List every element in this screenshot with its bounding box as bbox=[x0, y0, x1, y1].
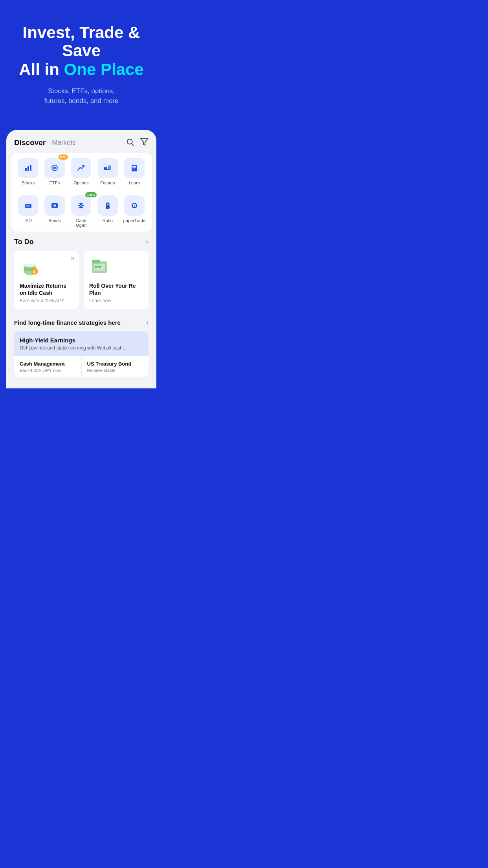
svg-rect-19 bbox=[132, 166, 136, 167]
close-icon[interactable]: ✕ bbox=[70, 255, 75, 262]
header-icons: $ bbox=[126, 138, 149, 148]
cashmgmt-icon-item[interactable]: 4.25% Cash Mgmt bbox=[69, 191, 94, 232]
todo-section-header: To Do › bbox=[14, 238, 149, 246]
finance-arrow-icon[interactable]: › bbox=[146, 318, 149, 327]
high-yield-card[interactable]: High-Yield Earnings Get Low risk and sta… bbox=[14, 331, 149, 356]
svg-rect-18 bbox=[132, 165, 137, 171]
svg-marker-2 bbox=[141, 139, 148, 145]
treasury-bond-title: US Treasury Bond bbox=[87, 361, 143, 367]
finance-header: Find long-time finance strategies here › bbox=[14, 318, 149, 327]
todo-title: To Do bbox=[14, 238, 34, 246]
options-icon-item[interactable]: Options bbox=[69, 153, 94, 189]
markets-tab[interactable]: Markets bbox=[52, 139, 75, 147]
robo-label: Robo bbox=[103, 218, 113, 223]
cashmgmt-label: Cash Mgmt bbox=[70, 218, 92, 228]
svg-text:$: $ bbox=[54, 204, 55, 207]
svg-rect-44 bbox=[25, 264, 35, 267]
filter-icon[interactable]: $ bbox=[140, 138, 149, 148]
papertrade-label: paperTrade bbox=[123, 218, 145, 223]
todo-card-cash-sub: Earn with 4.25% APY bbox=[20, 298, 73, 303]
svg-rect-48 bbox=[92, 259, 100, 263]
svg-rect-36 bbox=[107, 204, 108, 205]
svg-rect-5 bbox=[25, 168, 27, 171]
search-icon[interactable] bbox=[126, 138, 134, 148]
options-label: Options bbox=[73, 180, 88, 185]
todo-section: To Do › ✕ $ bbox=[6, 232, 156, 312]
futures-icon-item[interactable]: Futures bbox=[95, 153, 120, 189]
learn-icon-item[interactable]: Learn bbox=[122, 153, 147, 189]
treasury-bond-sub: Receive stable bbox=[87, 368, 143, 373]
svg-text:IRA: IRA bbox=[95, 265, 102, 269]
svg-text:$: $ bbox=[145, 142, 146, 145]
svg-rect-20 bbox=[132, 167, 136, 168]
robo-icon-item[interactable]: Robo bbox=[95, 191, 120, 232]
finance-section: Find long-time finance strategies here ›… bbox=[6, 312, 156, 381]
svg-text:IPO: IPO bbox=[26, 205, 30, 208]
icons-grid: Stocks $ BTC ETFs bbox=[11, 153, 152, 232]
finance-cards: High-Yield Earnings Get Low risk and sta… bbox=[14, 331, 149, 377]
etfs-label: ETFs bbox=[50, 180, 60, 185]
hero-title-line2: All in One Place bbox=[12, 60, 151, 79]
todo-arrow-icon[interactable]: › bbox=[146, 238, 149, 246]
cash-management-sub: Earn 4.25% APY now. bbox=[20, 368, 76, 373]
stocks-icon-item[interactable]: Stocks bbox=[16, 153, 40, 189]
hero-all-in: All in bbox=[19, 60, 64, 79]
bonds-label: Bonds bbox=[48, 218, 61, 223]
discover-tab[interactable]: Discover bbox=[14, 138, 46, 147]
etfs-icon-item[interactable]: $ BTC ETFs bbox=[42, 153, 67, 189]
finance-bottom-row: Cash Management Earn 4.25% APY now. US T… bbox=[14, 356, 149, 377]
cash-management-title: Cash Management bbox=[20, 361, 76, 367]
todo-card-cash[interactable]: ✕ $ Maximize Returns on Idle Cash Earn w… bbox=[14, 251, 79, 309]
todo-card-ira-sub: Learn how bbox=[89, 298, 143, 303]
cash-management-card[interactable]: Cash Management Earn 4.25% APY now. bbox=[14, 356, 82, 377]
hero-subtitle: Stocks, ETFs, options, futures, bonds, a… bbox=[12, 86, 151, 106]
main-card: Discover Markets $ bbox=[6, 130, 156, 388]
learn-label: Learn bbox=[129, 180, 140, 185]
svg-text:$: $ bbox=[33, 269, 35, 273]
hero-section: Invest, Trade & Save All in One Place St… bbox=[0, 0, 163, 118]
todo-card-ira-title: Roll Over Your Re Plan bbox=[89, 282, 143, 296]
svg-point-32 bbox=[82, 204, 84, 207]
hero-one-place: One Place bbox=[64, 60, 144, 79]
svg-rect-7 bbox=[30, 165, 31, 171]
futures-label: Futures bbox=[100, 180, 115, 185]
hero-title-line1: Invest, Trade & Save bbox=[12, 24, 151, 60]
todo-cards: ✕ $ Maximize Returns on Idle Cash Earn w… bbox=[14, 251, 149, 309]
bonds-icon-item[interactable]: $ Bonds bbox=[42, 191, 67, 232]
svg-point-31 bbox=[78, 204, 80, 207]
svg-rect-16 bbox=[106, 169, 109, 170]
todo-card-ira[interactable]: IRA Roll Over Your Re Plan Learn how bbox=[84, 251, 149, 309]
treasury-bond-card[interactable]: US Treasury Bond Receive stable bbox=[82, 356, 149, 377]
high-yield-title: High-Yield Earnings bbox=[20, 337, 143, 344]
svg-rect-35 bbox=[106, 206, 110, 209]
stocks-label: Stocks bbox=[22, 180, 35, 185]
high-yield-sub: Get Low risk and stable earning with Web… bbox=[20, 345, 143, 351]
ipo-icon-item[interactable]: IPO IPO bbox=[16, 191, 40, 232]
svg-rect-6 bbox=[28, 166, 29, 171]
svg-rect-21 bbox=[132, 169, 135, 169]
papertrade-icon-item[interactable]: $ paperTrade bbox=[122, 191, 147, 232]
discover-header: Discover Markets $ bbox=[6, 130, 156, 153]
ipo-label: IPO bbox=[24, 218, 32, 223]
svg-rect-13 bbox=[102, 162, 113, 173]
svg-line-1 bbox=[132, 143, 134, 145]
todo-card-cash-title: Maximize Returns on Idle Cash bbox=[20, 282, 73, 296]
svg-text:$: $ bbox=[53, 166, 55, 169]
finance-title: Find long-time finance strategies here bbox=[14, 319, 121, 326]
